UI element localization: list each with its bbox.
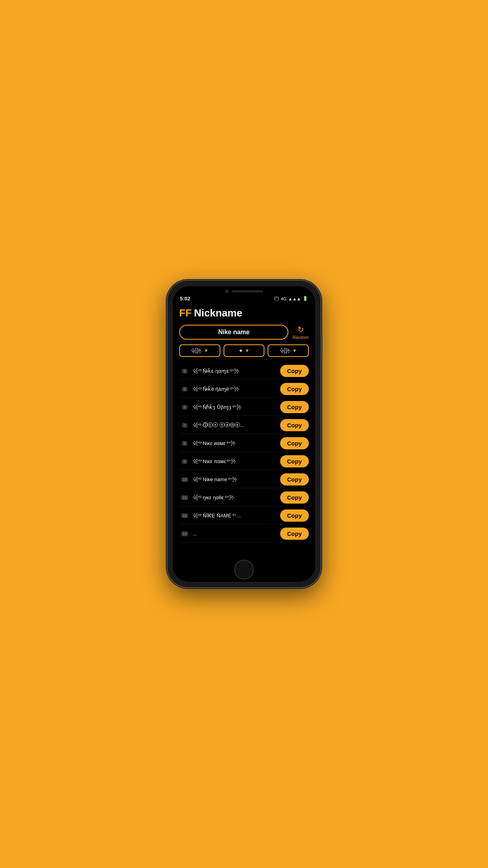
nickname-list: 4꧁༺Ňɨƙɛ ηαɱɛ༻꧂Copy5꧁༺Ňɨƙë ήàɱë༻꧂Copy6꧁༺Ň… bbox=[179, 362, 309, 542]
app-content: FF Nickname ↻ Random ꧁꧂ ▼ ✦ ▼ bbox=[173, 303, 315, 557]
nick-text: ... bbox=[190, 531, 280, 537]
nick-number: 11 bbox=[179, 495, 190, 500]
nick-number: 10 bbox=[179, 477, 190, 482]
speaker bbox=[232, 290, 263, 292]
copy-button[interactable]: Copy bbox=[280, 473, 309, 485]
app-title: FF Nickname bbox=[179, 307, 309, 319]
nick-number-badge: 13 bbox=[181, 531, 188, 536]
nick-number-badge: 11 bbox=[181, 495, 188, 500]
status-icons: 📳 4G ▲▲▲ 🔋 bbox=[274, 296, 308, 301]
nick-number-badge: 8 bbox=[182, 441, 187, 446]
nick-text: ꧁༺Ňɨƙë ήàɱë༻꧂ bbox=[190, 386, 280, 392]
nick-number: 6 bbox=[179, 405, 190, 410]
filter-arrow-3: ▼ bbox=[292, 348, 297, 353]
title-ff: FF bbox=[179, 307, 192, 319]
list-item: 5꧁༺Ňɨƙë ήàɱë༻꧂Copy bbox=[179, 381, 309, 398]
nick-text: ꧁༺Ňɦƙȝ Ůβɱȝ༻꧂ bbox=[190, 404, 280, 410]
nick-number: 8 bbox=[179, 441, 190, 446]
nick-number-badge: 9 bbox=[182, 459, 187, 464]
phone-frame: 5:02 📳 4G ▲▲▲ 🔋 FF Nickname ↻ Random bbox=[167, 281, 321, 587]
nick-number-badge: 10 bbox=[181, 477, 188, 482]
search-row: ↻ Random bbox=[179, 325, 309, 340]
status-bar: 5:02 📳 4G ▲▲▲ 🔋 bbox=[173, 295, 315, 303]
list-item: 9꧁༺Νικε παмε༻꧂Copy bbox=[179, 453, 309, 470]
vibrate-icon: 📳 bbox=[274, 296, 279, 301]
random-button[interactable]: ↻ Random bbox=[292, 325, 309, 340]
filter-symbol-2: ✦ bbox=[238, 348, 243, 354]
copy-button[interactable]: Copy bbox=[280, 491, 309, 504]
home-area bbox=[173, 557, 315, 582]
nick-number-badge: 5 bbox=[182, 387, 187, 392]
nick-text: ꧁༺Νικε иαмε༻꧂ bbox=[190, 440, 280, 446]
nick-text: ꧁༺ŇĪƘE ŇAME༻... bbox=[190, 513, 280, 519]
filter-row: ꧁꧂ ▼ ✦ ▼ ꧁꧂ ▼ bbox=[179, 344, 309, 357]
nick-text: ꧁༺Νικε παмε༻꧂ bbox=[190, 458, 280, 464]
copy-button[interactable]: Copy bbox=[280, 365, 309, 377]
copy-button[interactable]: Copy bbox=[280, 437, 309, 449]
nick-number-badge: 4 bbox=[182, 369, 187, 373]
wifi-icon: ▲▲▲ bbox=[288, 296, 301, 301]
random-label: Random bbox=[292, 335, 309, 340]
list-item: 11꧁༺ηικε ηαθε༻꧂Copy bbox=[179, 489, 309, 506]
copy-button[interactable]: Copy bbox=[280, 419, 309, 431]
list-item: 6꧁༺Ňɦƙȝ Ůβɱȝ༻꧂Copy bbox=[179, 399, 309, 416]
filter-arrow-1: ▼ bbox=[204, 348, 208, 353]
copy-button[interactable]: Copy bbox=[280, 509, 309, 522]
nick-number: 13 bbox=[179, 531, 190, 536]
copy-button[interactable]: Copy bbox=[280, 383, 309, 395]
nick-number: 4 bbox=[179, 369, 190, 373]
list-item: 13...Copy bbox=[179, 525, 309, 542]
random-icon: ↻ bbox=[297, 325, 304, 334]
nick-number: 7 bbox=[179, 423, 190, 428]
nick-text: ꧁༺Ňɨƙɛ ηαɱɛ༻꧂ bbox=[190, 368, 280, 374]
list-item: 8꧁༺Νικε иαмε༻꧂Copy bbox=[179, 435, 309, 452]
nick-number: 12 bbox=[179, 513, 190, 518]
search-input[interactable] bbox=[179, 325, 288, 340]
copy-button[interactable]: Copy bbox=[280, 455, 309, 467]
title-rest: Nickname bbox=[194, 307, 242, 319]
signal-icon: 4G bbox=[281, 296, 287, 301]
copy-button[interactable]: Copy bbox=[280, 401, 309, 413]
filter-symbol-3: ꧁꧂ bbox=[280, 348, 291, 354]
nick-number: 5 bbox=[179, 387, 190, 392]
filter-btn-1[interactable]: ꧁꧂ ▼ bbox=[179, 344, 220, 357]
status-time: 5:02 bbox=[180, 296, 190, 302]
list-item: 7꧁༺⓵Ⓚⓔ ⓝⓐⓜⓔ...Copy bbox=[179, 417, 309, 434]
nick-text: ꧁༺ηικε ηαθε༻꧂ bbox=[190, 495, 280, 500]
phone-top-bar bbox=[173, 286, 315, 295]
nick-text: ꧁༺⓵Ⓚⓔ ⓝⓐⓜⓔ... bbox=[190, 422, 280, 428]
home-button[interactable] bbox=[234, 560, 254, 579]
list-item: 10꧁༺Nike name༻꧂Copy bbox=[179, 471, 309, 488]
nick-number-badge: 12 bbox=[181, 513, 188, 518]
filter-symbol-1: ꧁꧂ bbox=[191, 348, 202, 354]
camera-dot bbox=[225, 289, 229, 293]
side-button-right bbox=[321, 336, 323, 355]
list-item: 12꧁༺ŇĪƘE ŇAME༻...Copy bbox=[179, 507, 309, 524]
filter-btn-2[interactable]: ✦ ▼ bbox=[224, 344, 265, 357]
list-item: 4꧁༺Ňɨƙɛ ηαɱɛ༻꧂Copy bbox=[179, 362, 309, 380]
filter-arrow-2: ▼ bbox=[245, 348, 250, 353]
filter-btn-3[interactable]: ꧁꧂ ▼ bbox=[268, 344, 309, 357]
nick-number-badge: 7 bbox=[182, 423, 187, 428]
nick-number-badge: 6 bbox=[182, 405, 187, 410]
nick-text: ꧁༺Nike name༻꧂ bbox=[190, 476, 280, 482]
nick-number: 9 bbox=[179, 459, 190, 464]
phone-screen: 5:02 📳 4G ▲▲▲ 🔋 FF Nickname ↻ Random bbox=[173, 286, 315, 582]
battery-icon: 🔋 bbox=[303, 296, 308, 301]
copy-button[interactable]: Copy bbox=[280, 528, 309, 540]
